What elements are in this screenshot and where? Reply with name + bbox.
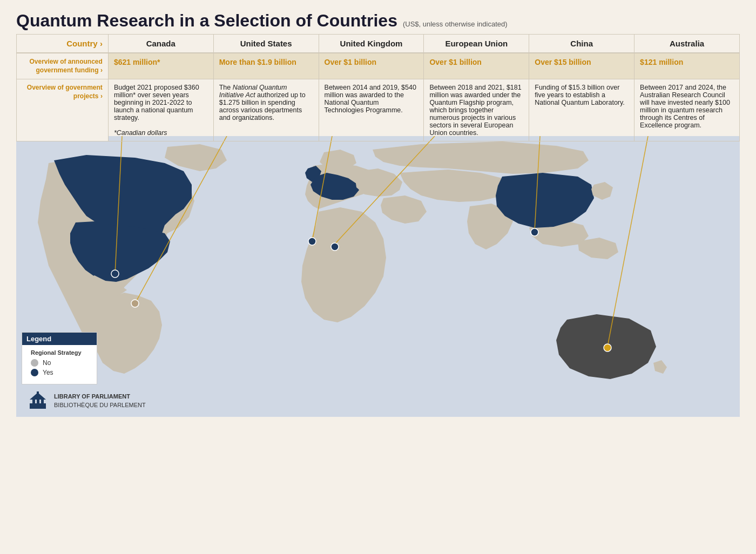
svg-rect-12 bbox=[37, 391, 39, 394]
funding-label-text: Overview of announced government funding bbox=[30, 58, 103, 74]
page-title: Quantum Research in a Selection of Count… bbox=[16, 11, 740, 31]
australia-funding: $121 million bbox=[634, 53, 740, 79]
legend-dot-no bbox=[31, 359, 38, 367]
legend-subtitle: Regional Strategy bbox=[31, 349, 88, 356]
uk-dot bbox=[308, 238, 316, 245]
country-arrow: › bbox=[100, 39, 103, 48]
world-map-svg bbox=[16, 136, 740, 417]
footer-text: LIBRARY OF PARLIAMENT BIBLIOTHÈQUE DU PA… bbox=[54, 392, 146, 410]
canada-funding: $621 million* bbox=[108, 53, 213, 79]
china-projects: Funding of $15.3 billion over five years… bbox=[529, 79, 634, 141]
world-map-container bbox=[16, 136, 740, 417]
us-funding: More than $1.9 billion bbox=[213, 53, 319, 79]
map-section: Legend Regional Strategy No Yes bbox=[16, 136, 740, 417]
canada-funding-value: $621 million* bbox=[114, 58, 160, 66]
legend-label-no: No bbox=[43, 359, 51, 367]
title-suffix: (US$, unless otherwise indicated) bbox=[403, 20, 508, 28]
china-header: China bbox=[529, 35, 634, 53]
legend-item-no: No bbox=[31, 359, 88, 367]
uk-projects: Between 2014 and 2019, $540 million was … bbox=[319, 79, 424, 141]
country-header: Country › bbox=[17, 35, 109, 53]
funding-row: Overview of announced government funding… bbox=[17, 53, 740, 79]
uk-funding: Over $1 billion bbox=[319, 53, 424, 79]
uk-funding-value: Over $1 billion bbox=[325, 58, 376, 66]
legend-box: Legend Regional Strategy No Yes bbox=[22, 332, 97, 384]
footer-line1: LIBRARY OF PARLIAMENT bbox=[54, 393, 130, 400]
eu-header: European Union bbox=[424, 35, 529, 53]
funding-arrow: › bbox=[100, 66, 103, 74]
eu-funding: Over $1 billion bbox=[424, 53, 529, 79]
page-container: Quantum Research in a Selection of Count… bbox=[0, 0, 756, 554]
footer-line2: BIBLIOTHÈQUE DU PARLEMENT bbox=[54, 401, 146, 410]
canada-projects: Budget 2021 proposed $360 million* over … bbox=[108, 79, 213, 141]
china-funding: Over $15 billion bbox=[529, 53, 634, 79]
australia-header: Australia bbox=[634, 35, 740, 53]
eu-dot bbox=[331, 243, 339, 251]
projects-label-cell: Overview of government projects › bbox=[17, 79, 109, 141]
legend-dot-yes bbox=[31, 369, 38, 376]
title-text: Quantum Research in a Selection of Count… bbox=[16, 11, 397, 31]
funding-label-cell: Overview of announced government funding… bbox=[17, 53, 109, 79]
us-header: United States bbox=[213, 35, 319, 53]
svg-rect-7 bbox=[30, 403, 46, 409]
canada-header: Canada bbox=[108, 35, 213, 53]
legend-title: Legend bbox=[22, 333, 97, 345]
australia-dot bbox=[604, 344, 611, 352]
footer-logo bbox=[27, 390, 49, 411]
country-label: Country bbox=[66, 39, 98, 48]
us-dot bbox=[131, 300, 139, 307]
svg-rect-8 bbox=[32, 400, 35, 404]
eu-projects: Between 2018 and 2021, $181 million was … bbox=[424, 79, 529, 141]
us-funding-value: More than $1.9 billion bbox=[219, 58, 296, 66]
canada-dot bbox=[111, 270, 119, 278]
projects-arrow: › bbox=[100, 92, 103, 100]
projects-row: Overview of government projects › Budget… bbox=[17, 79, 740, 141]
us-projects: The National Quantum Initiative Act auth… bbox=[213, 79, 319, 141]
australia-projects: Between 2017 and 2024, the Australian Re… bbox=[634, 79, 740, 141]
eu-funding-value: Over $1 billion bbox=[429, 58, 481, 66]
china-dot bbox=[531, 228, 538, 236]
footer: LIBRARY OF PARLIAMENT BIBLIOTHÈQUE DU PA… bbox=[27, 390, 146, 411]
legend-label-yes: Yes bbox=[43, 369, 53, 376]
svg-rect-10 bbox=[41, 400, 44, 404]
data-table: Country › Canada United States United Ki… bbox=[16, 34, 740, 141]
projects-label-text: Overview of government projects bbox=[27, 84, 103, 100]
china-funding-value: Over $15 billion bbox=[535, 58, 591, 66]
header-row: Country › Canada United States United Ki… bbox=[17, 35, 740, 53]
uk-header: United Kingdom bbox=[319, 35, 424, 53]
legend-item-yes: Yes bbox=[31, 369, 88, 376]
australia-funding-value: $121 million bbox=[640, 58, 683, 66]
